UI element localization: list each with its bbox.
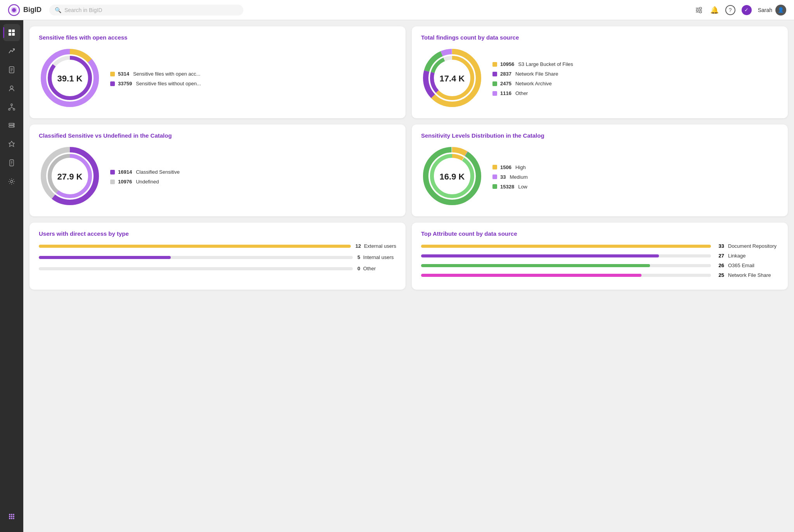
- donut-sensitive-open: 39.1 K: [39, 47, 101, 111]
- attr-bar-fill-2: [421, 264, 650, 267]
- sidebar: [0, 20, 23, 532]
- donut-sensitivity: 16.9 K: [421, 145, 483, 209]
- search-placeholder: Search in BigID: [64, 7, 102, 13]
- legend-sensitivity: 1506 High 33 Medium 15328 Low: [492, 164, 528, 190]
- svg-point-31: [10, 180, 13, 183]
- sidebar-item-users[interactable]: [3, 80, 20, 97]
- attr-bar-fill-1: [421, 254, 659, 257]
- svg-rect-10: [9, 33, 11, 36]
- sidebar-item-reports[interactable]: [3, 61, 20, 78]
- bar-track-u2: [39, 267, 353, 270]
- attr-label-3: Network File Share: [728, 272, 778, 278]
- card-top-attributes: Top Attribute count by data source 33 Do…: [412, 223, 788, 290]
- legend-item-c1: 10976 Undefined: [110, 179, 180, 185]
- legend-item-f1: 2837 Network File Share: [492, 71, 573, 77]
- legend-item-1: 33759 Sensitive files without open...: [110, 81, 201, 86]
- donut-label-4: 16.9 K: [440, 172, 465, 182]
- avatar: 👤: [775, 5, 786, 16]
- sidebar-item-rules[interactable]: [3, 136, 20, 153]
- chart-row-3: 27.9 K 16914 Classified Sensitive 10976 …: [39, 145, 396, 209]
- bar-label-u1: 5 Internal users: [357, 254, 396, 260]
- card-findings: Total findings count by data source: [412, 26, 788, 118]
- sidebar-item-tasks[interactable]: [3, 154, 20, 171]
- svg-point-6: [696, 9, 698, 11]
- bar-fill-u1: [39, 256, 171, 259]
- svg-point-1: [12, 8, 16, 12]
- legend-item-f0: 10956 S3 Large Bucket of Files: [492, 61, 573, 67]
- attr-label-1: Linkage: [728, 253, 778, 259]
- bar-label-u2: 0 Other: [357, 266, 396, 271]
- legend-val-0: 5314: [118, 71, 129, 77]
- sidebar-item-dashboard-wrap: [3, 24, 20, 41]
- legend-dot-0: [110, 72, 115, 76]
- app-name: BigID: [23, 6, 42, 14]
- bar-section-users: 12 External users 5 Internal users: [39, 243, 396, 271]
- attr-count-0: 33: [715, 243, 724, 249]
- dashboard-grid: Sensitive files with open access: [29, 26, 788, 290]
- sidebar-item-dashboard[interactable]: [3, 24, 20, 41]
- search-bar[interactable]: 🔍 Search in BigID: [49, 5, 243, 16]
- sidebar-item-network[interactable]: [3, 98, 20, 116]
- attr-bar-row-1: 27 Linkage: [421, 253, 778, 259]
- svg-rect-17: [11, 104, 12, 105]
- legend-findings: 10956 S3 Large Bucket of Files 2837 Netw…: [492, 61, 573, 96]
- legend-item-s2: 15328 Low: [492, 184, 528, 190]
- legend-sensitive-open: 5314 Sensitive files with open acc... 33…: [110, 71, 201, 86]
- attr-bar-row-3: 25 Network File Share: [421, 272, 778, 278]
- card-classified: Classified Sensitive vs Undefined in the…: [29, 124, 406, 216]
- attr-bar-fill-3: [421, 274, 641, 277]
- svg-point-7: [699, 11, 701, 13]
- svg-rect-9: [12, 29, 15, 32]
- legend-item-s1: 33 Medium: [492, 174, 528, 180]
- attr-bar-row-2: 26 O365 Email: [421, 263, 778, 268]
- help-icon[interactable]: ?: [725, 5, 735, 15]
- legend-label-0: Sensitive files with open acc...: [133, 71, 200, 77]
- sidebar-item-storage[interactable]: [3, 117, 20, 134]
- attr-bar-track-1: [421, 254, 711, 257]
- svg-point-35: [9, 516, 10, 517]
- svg-point-38: [9, 518, 10, 519]
- bell-icon[interactable]: 🔔: [710, 5, 719, 15]
- sidebar-item-apps[interactable]: [3, 508, 20, 525]
- chart-row-4: 16.9 K 1506 High 33 Medium: [421, 145, 778, 209]
- svg-rect-11: [12, 33, 15, 36]
- donut-findings: 17.4 K: [421, 47, 483, 111]
- svg-line-21: [9, 107, 12, 109]
- sidebar-item-trends[interactable]: [3, 43, 20, 60]
- legend-item-s0: 1506 High: [492, 164, 528, 170]
- filter-icon[interactable]: [694, 5, 704, 15]
- svg-point-39: [11, 518, 12, 519]
- attr-bar-track-2: [421, 264, 711, 267]
- bar-label-u0: 12 External users: [355, 243, 396, 249]
- bar-track-u1: [39, 256, 353, 259]
- svg-point-5: [699, 7, 701, 9]
- user-menu[interactable]: Sarah 👤: [758, 5, 786, 16]
- topnav: BigID 🔍 Search in BigID 🔔 ? ✓ Sarah 👤: [0, 0, 794, 20]
- legend-item-f2: 2475 Network Archive: [492, 81, 573, 86]
- check-icon[interactable]: ✓: [742, 5, 752, 15]
- attr-label-2: O365 Email: [728, 263, 778, 268]
- attr-count-1: 27: [715, 253, 724, 259]
- chart-row-2: 17.4 K 10956 S3 Large Bucket of Files 28…: [421, 47, 778, 111]
- chart-row-1: 39.1 K 5314 Sensitive files with open ac…: [39, 47, 396, 111]
- sidebar-item-settings[interactable]: [3, 173, 20, 190]
- legend-item-0: 5314 Sensitive files with open acc...: [110, 71, 201, 77]
- logo[interactable]: BigID: [8, 4, 42, 16]
- main-content: Sensitive files with open access: [23, 20, 794, 532]
- svg-point-25: [13, 124, 14, 124]
- svg-point-40: [13, 518, 14, 519]
- svg-rect-8: [9, 29, 11, 32]
- attr-bar-section: 33 Document Repository 27 Linkage: [421, 243, 778, 278]
- attr-bar-row-0: 33 Document Repository: [421, 243, 778, 249]
- attr-label-0: Document Repository: [728, 243, 778, 249]
- svg-point-16: [10, 86, 13, 89]
- legend-item-c0: 16914 Classified Sensitive: [110, 169, 180, 175]
- svg-point-26: [13, 126, 14, 127]
- bar-row-u1: 5 Internal users: [39, 254, 396, 260]
- attr-bar-fill-0: [421, 245, 711, 248]
- search-icon: 🔍: [55, 7, 61, 13]
- donut-classified: 27.9 K: [39, 145, 101, 209]
- svg-point-33: [11, 514, 12, 515]
- bar-row-u0: 12 External users: [39, 243, 396, 249]
- bar-fill-u0: [39, 245, 351, 248]
